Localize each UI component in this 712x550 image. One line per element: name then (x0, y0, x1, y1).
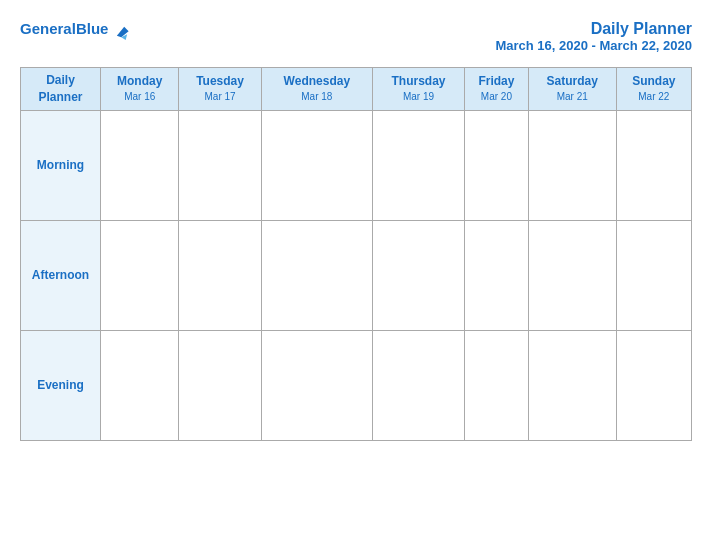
logo-blue: Blue (76, 20, 109, 37)
cell-morning-sunday[interactable] (616, 110, 691, 220)
column-header-monday: MondayMar 16 (101, 68, 179, 111)
page: GeneralBlue Daily Planner March 16, 2020… (0, 0, 712, 550)
svg-marker-0 (117, 27, 129, 37)
header-row: Daily Planner MondayMar 16TuesdayMar 17W… (21, 68, 692, 111)
cell-morning-saturday[interactable] (528, 110, 616, 220)
cell-morning-friday[interactable] (464, 110, 528, 220)
cell-evening-sunday[interactable] (616, 330, 691, 440)
column-label-header: Daily Planner (21, 68, 101, 111)
column-header-wednesday: WednesdayMar 18 (261, 68, 372, 111)
logo-general: General (20, 20, 76, 37)
cell-morning-wednesday[interactable] (261, 110, 372, 220)
column-header-friday: FridayMar 20 (464, 68, 528, 111)
logo-bird-icon (111, 21, 133, 43)
row-evening: Evening (21, 330, 692, 440)
title-area: Daily Planner March 16, 2020 - March 22,… (495, 20, 692, 53)
cell-afternoon-thursday[interactable] (373, 220, 465, 330)
cell-morning-monday[interactable] (101, 110, 179, 220)
logo-area: GeneralBlue (20, 20, 133, 43)
cell-morning-tuesday[interactable] (179, 110, 261, 220)
cell-afternoon-monday[interactable] (101, 220, 179, 330)
planner-date-range: March 16, 2020 - March 22, 2020 (495, 38, 692, 53)
cell-afternoon-saturday[interactable] (528, 220, 616, 330)
cell-evening-thursday[interactable] (373, 330, 465, 440)
cell-evening-wednesday[interactable] (261, 330, 372, 440)
cell-evening-friday[interactable] (464, 330, 528, 440)
cell-afternoon-wednesday[interactable] (261, 220, 372, 330)
cell-evening-monday[interactable] (101, 330, 179, 440)
row-morning: Morning (21, 110, 692, 220)
column-header-sunday: SundayMar 22 (616, 68, 691, 111)
cell-afternoon-tuesday[interactable] (179, 220, 261, 330)
cell-evening-tuesday[interactable] (179, 330, 261, 440)
cell-afternoon-sunday[interactable] (616, 220, 691, 330)
time-label-afternoon: Afternoon (21, 220, 101, 330)
column-header-tuesday: TuesdayMar 17 (179, 68, 261, 111)
cell-morning-thursday[interactable] (373, 110, 465, 220)
time-label-morning: Morning (21, 110, 101, 220)
cell-evening-saturday[interactable] (528, 330, 616, 440)
logo-text: GeneralBlue (20, 20, 108, 38)
row-afternoon: Afternoon (21, 220, 692, 330)
header: GeneralBlue Daily Planner March 16, 2020… (20, 20, 692, 53)
column-header-thursday: ThursdayMar 19 (373, 68, 465, 111)
calendar-table: Daily Planner MondayMar 16TuesdayMar 17W… (20, 67, 692, 441)
column-header-saturday: SaturdayMar 21 (528, 68, 616, 111)
time-label-evening: Evening (21, 330, 101, 440)
planner-title: Daily Planner (495, 20, 692, 38)
cell-afternoon-friday[interactable] (464, 220, 528, 330)
